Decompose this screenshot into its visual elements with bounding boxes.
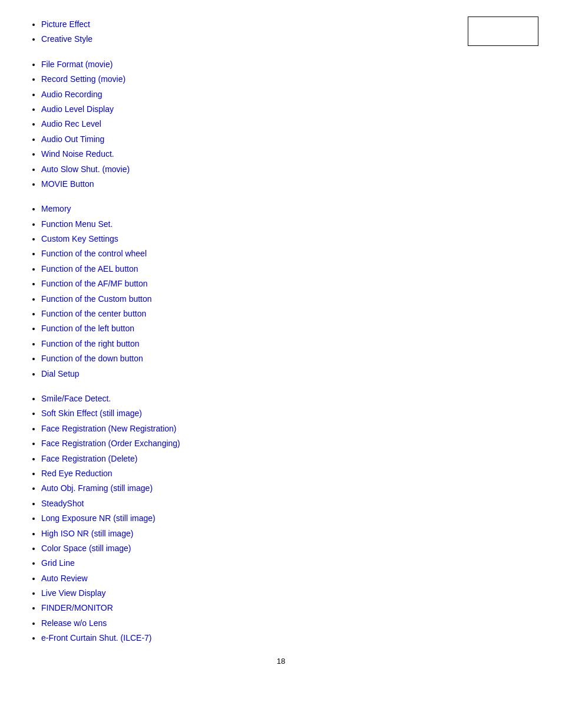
- list-item: Picture Effect: [41, 18, 538, 31]
- list-item-link[interactable]: MOVIE Button: [41, 179, 94, 189]
- list-item: Wind Noise Reduct.: [41, 147, 538, 160]
- list-item: e-Front Curtain Shut. (ILCE-7): [41, 631, 538, 644]
- section-4-list: Smile/Face Detect.Soft Skin Effect (stil…: [24, 392, 538, 645]
- list-item: Auto Obj. Framing (still image): [41, 482, 538, 495]
- page-container: Picture EffectCreative Style File Format…: [0, 0, 562, 689]
- list-item: Function of the down button: [41, 352, 538, 365]
- list-item-link[interactable]: Function of the right button: [41, 339, 140, 348]
- list-item-link[interactable]: Face Registration (Delete): [41, 454, 137, 463]
- list-item-link[interactable]: Function of the left button: [41, 324, 134, 333]
- section-2-list: File Format (movie)Record Setting (movie…: [24, 58, 538, 191]
- list-item: Color Space (still image): [41, 542, 538, 555]
- section-4: Smile/Face Detect.Soft Skin Effect (stil…: [24, 392, 538, 645]
- list-item: Function of the right button: [41, 337, 538, 350]
- list-item: FINDER/MONITOR: [41, 601, 538, 614]
- list-item: Audio Rec Level: [41, 117, 538, 130]
- list-item-link[interactable]: High ISO NR (still image): [41, 529, 133, 538]
- list-item: Function of the AF/MF button: [41, 277, 538, 290]
- list-item: Smile/Face Detect.: [41, 392, 538, 405]
- list-item-link[interactable]: Soft Skin Effect (still image): [41, 409, 142, 418]
- list-item: SteadyShot: [41, 497, 538, 510]
- list-item: Face Registration (Order Exchanging): [41, 437, 538, 450]
- list-item: Release w/o Lens: [41, 617, 538, 630]
- list-item-link[interactable]: Live View Display: [41, 588, 105, 598]
- list-item-link[interactable]: Function of the center button: [41, 309, 146, 318]
- list-item-link[interactable]: Face Registration (Order Exchanging): [41, 439, 180, 448]
- list-item: File Format (movie): [41, 58, 538, 71]
- list-item-link[interactable]: e-Front Curtain Shut. (ILCE-7): [41, 633, 152, 643]
- list-item-link[interactable]: FINDER/MONITOR: [41, 603, 113, 612]
- list-item: Custom Key Settings: [41, 232, 538, 245]
- section-2: File Format (movie)Record Setting (movie…: [24, 58, 538, 191]
- list-item: Dial Setup: [41, 367, 538, 380]
- list-item: Auto Slow Shut. (movie): [41, 163, 538, 176]
- list-item: Live View Display: [41, 587, 538, 599]
- list-item: Record Setting (movie): [41, 73, 538, 85]
- list-item: Function of the Custom button: [41, 292, 538, 305]
- list-item: Red Eye Reduction: [41, 467, 538, 480]
- list-item-link[interactable]: Function of the AF/MF button: [41, 279, 148, 288]
- top-right-box: [468, 17, 538, 46]
- list-item-link[interactable]: Auto Obj. Framing (still image): [41, 483, 153, 493]
- list-item: Audio Level Display: [41, 103, 538, 116]
- list-item: Function of the control wheel: [41, 247, 538, 260]
- list-item-link[interactable]: Function of the AEL button: [41, 264, 138, 274]
- list-item-link[interactable]: Record Setting (movie): [41, 74, 125, 84]
- list-item: Grid Line: [41, 556, 538, 569]
- list-item-link[interactable]: File Format (movie): [41, 60, 113, 69]
- list-item: Auto Review: [41, 572, 538, 585]
- list-item: Function of the center button: [41, 307, 538, 320]
- list-item-link[interactable]: Function of the control wheel: [41, 249, 147, 258]
- section-1-list: Picture EffectCreative Style: [24, 18, 538, 46]
- list-item: Creative Style: [41, 32, 538, 45]
- list-item-link[interactable]: Custom Key Settings: [41, 234, 118, 243]
- section-3: MemoryFunction Menu Set.Custom Key Setti…: [24, 202, 538, 380]
- list-item: Long Exposure NR (still image): [41, 512, 538, 525]
- list-item-link[interactable]: Long Exposure NR (still image): [41, 513, 156, 523]
- list-item: Soft Skin Effect (still image): [41, 407, 538, 420]
- list-item-link[interactable]: Release w/o Lens: [41, 618, 107, 628]
- list-item-link[interactable]: Red Eye Reduction: [41, 469, 113, 478]
- list-item-link[interactable]: Function Menu Set.: [41, 219, 113, 229]
- list-item-link[interactable]: Auto Review: [41, 574, 88, 583]
- list-item-link[interactable]: Picture Effect: [41, 19, 90, 29]
- list-item: Audio Out Timing: [41, 133, 538, 146]
- list-item-link[interactable]: Dial Setup: [41, 369, 80, 378]
- page-number: 18: [24, 657, 538, 666]
- list-item-link[interactable]: Audio Out Timing: [41, 134, 104, 144]
- list-item: Face Registration (Delete): [41, 452, 538, 465]
- list-item-link[interactable]: Auto Slow Shut. (movie): [41, 164, 130, 174]
- list-item: MOVIE Button: [41, 177, 538, 190]
- list-item-link[interactable]: Memory: [41, 204, 71, 213]
- list-item: Function of the AEL button: [41, 262, 538, 275]
- list-item-link[interactable]: Creative Style: [41, 34, 92, 44]
- list-item: Function Menu Set.: [41, 218, 538, 230]
- list-item-link[interactable]: Smile/Face Detect.: [41, 394, 111, 403]
- list-item-link[interactable]: Audio Rec Level: [41, 119, 101, 129]
- section-3-list: MemoryFunction Menu Set.Custom Key Setti…: [24, 202, 538, 380]
- section-1: Picture EffectCreative Style: [24, 18, 538, 46]
- list-item-link[interactable]: Grid Line: [41, 558, 75, 568]
- list-item: Audio Recording: [41, 88, 538, 101]
- list-item: Memory: [41, 202, 538, 215]
- list-item-link[interactable]: Function of the down button: [41, 354, 143, 363]
- list-item: Function of the left button: [41, 322, 538, 335]
- list-item-link[interactable]: Audio Level Display: [41, 104, 114, 114]
- list-item-link[interactable]: Audio Recording: [41, 90, 103, 99]
- list-item-link[interactable]: Function of the Custom button: [41, 294, 152, 304]
- list-item-link[interactable]: SteadyShot: [41, 499, 84, 508]
- list-item-link[interactable]: Face Registration (New Registration): [41, 424, 177, 433]
- list-item-link[interactable]: Color Space (still image): [41, 543, 131, 553]
- list-item: High ISO NR (still image): [41, 527, 538, 540]
- list-item-link[interactable]: Wind Noise Reduct.: [41, 149, 114, 159]
- list-item: Face Registration (New Registration): [41, 422, 538, 435]
